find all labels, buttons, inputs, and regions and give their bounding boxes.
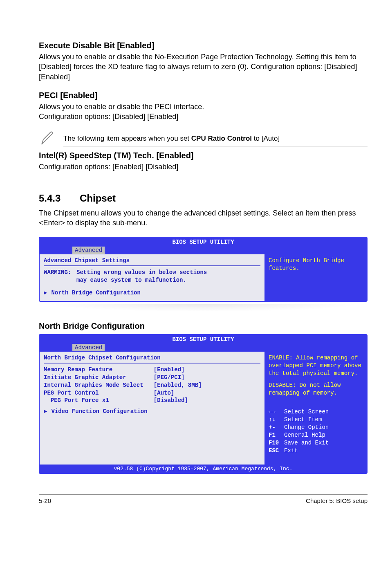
heading-speedstep: Intel(R) SpeedStep (TM) Tech. [Enabled] — [39, 151, 368, 160]
bios2-config-row: Internal Graphics Mode Select [Enabled, … — [44, 382, 260, 389]
bios1-heading: Advanced Chipset Settings — [44, 257, 260, 266]
bios2-title: BIOS SETUP UTILITY — [40, 335, 367, 344]
note-text: The following item appears when you set … — [63, 135, 280, 142]
pencil-icon — [39, 130, 56, 147]
key-hint-desc: General Help — [284, 431, 325, 439]
key-hint-row: F1General Help — [269, 431, 363, 439]
note-bold: CPU Ratio Control — [191, 135, 252, 142]
chapter-label: Chapter 5: BIOS setup — [306, 497, 368, 504]
body-chipset: The Chipset menu allows you to change th… — [39, 208, 368, 228]
bios-screenshot-1: BIOS SETUP UTILITY Advanced Advanced Chi… — [39, 237, 368, 302]
shadow-decoration — [47, 304, 359, 312]
bios2-config-row: PEG Port Force x1 [Disabled] — [44, 397, 260, 404]
key-hint-key: ESC — [269, 447, 284, 455]
bios-screenshot-2: BIOS SETUP UTILITY Advanced North Bridge… — [39, 334, 368, 474]
page-footer: 5-20 Chapter 5: BIOS setup — [39, 494, 368, 504]
note-prefix: The following item appears when you set — [63, 135, 191, 142]
bios2-tab-advanced: Advanced — [72, 344, 105, 351]
heading-peci: PECI [Enabled] — [39, 91, 368, 100]
note-callout: The following item appears when you set … — [39, 130, 368, 147]
bios1-menu-label: North Bridge Configuration — [51, 290, 140, 296]
bios2-key-hints: ←→Select Screen↑↓Select Item+-Change Opt… — [269, 408, 363, 454]
submenu-arrow-icon: ▶ — [44, 408, 48, 415]
bios1-title: BIOS SETUP UTILITY — [40, 238, 367, 247]
key-hint-row: F10Save and Exit — [269, 439, 363, 447]
bios1-warning-label: WARMING: — [44, 269, 76, 284]
bios2-help-disable: DISABLE: Do not allow remapping of memor… — [269, 382, 363, 397]
bios2-heading: North Bridge Chipset Configuration — [44, 354, 260, 364]
bios2-config-row: PEG Port Control [Auto] — [44, 389, 260, 397]
key-hint-desc: Save and Exit — [284, 439, 329, 447]
key-hint-key: ←→ — [269, 408, 284, 416]
key-hint-row: ↑↓Select Item — [269, 416, 363, 424]
bios2-help-enable: ENABLE: Allow remapping of overlapped PC… — [269, 354, 363, 377]
bios2-submenu-label: Video Function Configuration — [51, 408, 147, 415]
heading-north-bridge-config: North Bridge Configuration — [39, 321, 368, 331]
key-hint-key: ↑↓ — [269, 416, 284, 424]
key-hint-key: +- — [269, 424, 284, 431]
body-speedstep: Configuration options: [Enabled] [Disabl… — [39, 162, 368, 172]
key-hint-row: +-Change Option — [269, 424, 363, 431]
key-hint-key: F10 — [269, 439, 284, 447]
note-suffix: to [Auto] — [252, 135, 280, 142]
bios2-config-row: Initiate Graphic Adapter [PEG/PCI] — [44, 374, 260, 382]
bios1-warning-line2: may cause system to malfunction. — [76, 276, 207, 284]
key-hint-desc: Select Item — [284, 416, 322, 424]
bios1-menu-north-bridge: ▶ North Bridge Configuration — [44, 289, 260, 297]
bios1-help: Configure North Bridge features. — [269, 257, 363, 272]
heading-exec-disable: Execute Disable Bit [Enabled] — [39, 41, 368, 50]
key-hint-desc: Change Option — [284, 424, 329, 431]
bios2-footer: v02.58 (C)Copyright 1985-2007, American … — [40, 465, 367, 474]
body-exec-disable: Allows you to enable or disable the No-E… — [39, 52, 368, 82]
heading-chipset: 5.4.3Chipset — [39, 193, 368, 204]
bios2-submenu-video: ▶ Video Function Configuration — [44, 408, 260, 415]
body-peci: Allows you to enable or disable the PECI… — [39, 102, 368, 122]
bios1-warning-line1: Setting wrong values in below sections — [76, 269, 207, 276]
key-hint-row: ←→Select Screen — [269, 408, 363, 416]
key-hint-desc: Select Screen — [284, 408, 329, 416]
key-hint-key: F1 — [269, 431, 284, 439]
heading-chipset-title: Chipset — [80, 193, 116, 204]
key-hint-desc: Exit — [284, 447, 298, 455]
submenu-arrow-icon: ▶ — [44, 289, 48, 297]
bios2-config-row: Memory Remap Feature [Enabled] — [44, 366, 260, 374]
bios1-tab-advanced: Advanced — [72, 247, 105, 254]
heading-chipset-num: 5.4.3 — [39, 193, 80, 204]
page-number: 5-20 — [39, 497, 51, 504]
key-hint-row: ESCExit — [269, 447, 363, 455]
